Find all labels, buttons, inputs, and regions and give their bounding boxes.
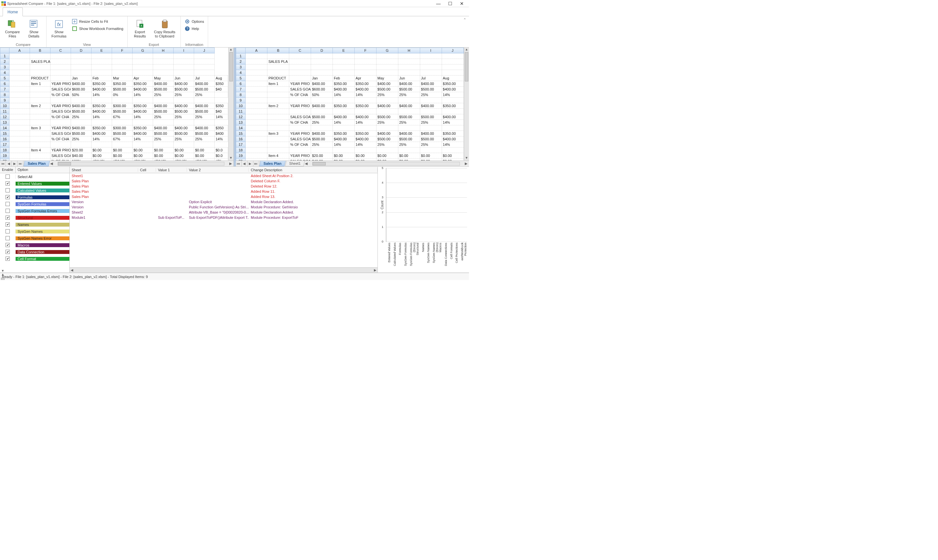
ribbon-group-view: fx ShowFormulas Resize Cells to Fit Show… (46, 16, 128, 47)
option-row[interactable]: Cell Format (0, 255, 69, 262)
sheet-tab-salesplan[interactable]: Sales Plan (23, 161, 50, 166)
chart-xlabel: Calculated Values (393, 242, 399, 272)
ribbon-collapse-icon[interactable]: ⌃ (463, 18, 467, 22)
option-row[interactable]: Formulas (0, 194, 69, 200)
chart-xlabel: Formulas (398, 242, 404, 272)
chart-xlabel: SysGen Names (427, 242, 432, 272)
show-details-icon (29, 19, 39, 29)
option-checkbox[interactable] (6, 236, 10, 240)
sheet-nav-prev[interactable]: ◀ (6, 161, 12, 166)
result-row[interactable]: Sales PlanAdded Row 13. (70, 194, 377, 199)
result-row[interactable]: VersionPublic Function GetVersion() As S… (70, 205, 377, 210)
chart-xlabel: Macros (439, 242, 444, 272)
option-checkbox[interactable] (6, 215, 10, 220)
chart-xlabel: SysGen Formulas (Errors) (410, 242, 416, 272)
option-row[interactable]: Data Connection (0, 248, 69, 255)
close-button[interactable]: ✕ (456, 0, 468, 7)
option-label: Names (15, 223, 69, 227)
help-button[interactable]: ? Help (183, 25, 205, 32)
result-row[interactable]: Module1Sub ExportToP...Sub ExportToPDF()… (70, 215, 377, 220)
option-row[interactable]: Entered Values (0, 180, 69, 187)
sheet-nav-next[interactable]: ▶ (12, 161, 18, 166)
option-row[interactable]: Calculated Values (0, 187, 69, 194)
option-label: Structural (15, 216, 69, 220)
chart-xlabel: Entered Values (388, 242, 393, 272)
option-row[interactable]: Macros (0, 242, 69, 248)
option-checkbox[interactable] (6, 188, 10, 192)
sheet-nav-last[interactable]: ⏭ (18, 161, 23, 166)
chart-xlabel: Structural (416, 242, 422, 272)
tab-home[interactable]: Home (3, 8, 23, 16)
results-panel: Sheet Cell Value 1 Value 2 Change Descri… (70, 167, 378, 272)
chart-xlabel: Data Connections (444, 242, 450, 272)
resize-cells-button[interactable]: Resize Cells to Fit (71, 18, 125, 25)
title-bar: Spreadsheet Compare - File 1: [sales_pla… (0, 0, 469, 7)
show-formulas-button[interactable]: fx ShowFormulas (49, 18, 69, 39)
option-label: Cell Format (15, 257, 69, 261)
minimize-button[interactable]: — (433, 0, 444, 7)
sheet-nav-first[interactable]: ⏮ (236, 161, 242, 166)
left-pane: ABCDEFGHIJ12SALES PLA345PRODUCTJanFebMar… (0, 48, 234, 166)
ribbon-group-export: X ExportResults Copy Resultsto Clipboard… (128, 16, 181, 47)
option-checkbox[interactable] (6, 243, 10, 247)
right-grid[interactable]: ABCDEFGHIJ12SALES PLA345PRODUCTJanFebApr… (236, 48, 464, 160)
result-row[interactable]: Sales PlanAdded Row 11. (70, 189, 377, 194)
option-row[interactable]: Select All (0, 173, 69, 180)
sheet-nav-first[interactable]: ⏮ (0, 161, 6, 166)
option-row[interactable]: SysGen Names Error (0, 235, 69, 242)
chart-ylabel: Count (380, 168, 385, 242)
right-vscroll[interactable]: ▲▼ (464, 48, 469, 160)
option-checkbox[interactable] (6, 202, 10, 206)
option-checkbox[interactable] (6, 250, 10, 254)
compare-files-button[interactable]: CompareFiles (3, 18, 22, 39)
option-checkbox[interactable] (6, 229, 10, 234)
svg-rect-10 (73, 27, 76, 30)
copy-clipboard-button[interactable]: Copy Resultsto Clipboard (152, 18, 178, 39)
right-pane: ABCDEFGHIJ12SALES PLA345PRODUCTJanFebApr… (236, 48, 469, 166)
right-hscroll[interactable]: ◀▶ (304, 161, 469, 166)
formatting-icon (72, 26, 77, 31)
right-sheetbar: ⏮ ◀ ▶ ⏭ Sales Plan Sheet1 ◀▶ (236, 160, 469, 166)
chart-plot: 012345 (386, 168, 467, 242)
option-checkbox[interactable] (6, 209, 10, 213)
grid-comparison-row: ABCDEFGHIJ12SALES PLA345PRODUCTJanFebMar… (0, 48, 469, 167)
sheet-tab-salesplan[interactable]: Sales Plan (259, 161, 286, 166)
show-details-button[interactable]: ShowDetails (24, 18, 44, 39)
sheet-nav-prev[interactable]: ◀ (242, 161, 248, 166)
results-col-sheet: Sheet (70, 168, 138, 172)
option-checkbox[interactable] (6, 182, 10, 186)
svg-rect-15 (163, 20, 166, 22)
sheet-nav-last[interactable]: ⏭ (253, 161, 259, 166)
options-button[interactable]: Options (183, 18, 205, 25)
left-grid[interactable]: ABCDEFGHIJ12SALES PLA345PRODUCTJanFebMar… (0, 48, 228, 160)
option-row[interactable]: SysGen Names (0, 228, 69, 235)
window-title: Spreadsheet Compare - File 1: [sales_pla… (7, 2, 137, 6)
results-hscroll[interactable]: ◀▶ (70, 267, 377, 272)
option-row[interactable]: SysGen Formulas Errors (0, 208, 69, 214)
status-text: Ready - File 1: [sales_plan_v1.xlsm] - F… (2, 275, 148, 279)
result-row[interactable]: Sales PlanDeleted Row 12. (70, 184, 377, 189)
option-checkbox[interactable] (6, 195, 10, 199)
sheet-tab-sheet1[interactable]: Sheet1 (285, 161, 305, 166)
show-formatting-button[interactable]: Show Workbook Formatting (71, 25, 125, 32)
export-results-button[interactable]: X ExportResults (130, 18, 150, 39)
option-checkbox[interactable] (6, 257, 10, 261)
result-row[interactable]: Sales PlanDeleted Column F. (70, 178, 377, 184)
maximize-button[interactable]: ☐ (444, 0, 456, 7)
result-row[interactable]: Sheet1Added Sheet At Position 2. (70, 173, 377, 178)
result-row[interactable]: VersionOption ExplicitModule Declaration… (70, 199, 377, 205)
option-row[interactable]: Structural (0, 214, 69, 221)
option-checkbox[interactable] (6, 222, 10, 227)
chart-xlabel: Names (422, 242, 427, 272)
option-row[interactable]: Names (0, 221, 69, 228)
chart-panel: Count 012345 Entered ValuesCalculated Va… (378, 167, 469, 272)
sheet-nav-next[interactable]: ▶ (248, 161, 253, 166)
option-label: Formulas (15, 195, 69, 199)
left-vscroll[interactable]: ▲▼ (228, 48, 234, 160)
left-hscroll[interactable]: ◀▶ (49, 161, 233, 166)
result-row[interactable]: Sheet2Attribute VB_Base = "0{00020820-0.… (70, 210, 377, 215)
options-panel: Enable Option Select AllEntered ValuesCa… (0, 167, 70, 272)
option-checkbox[interactable] (6, 174, 10, 179)
svg-text:X: X (140, 24, 142, 27)
option-row[interactable]: SysGen Formulas (0, 200, 69, 208)
